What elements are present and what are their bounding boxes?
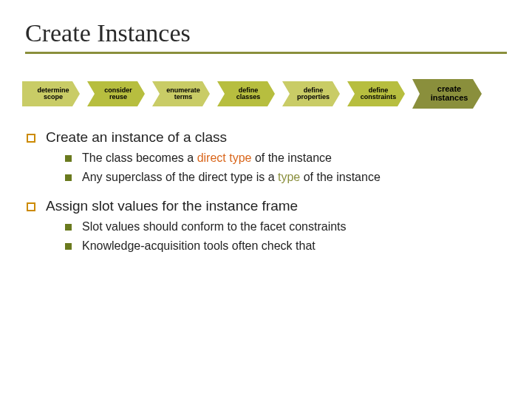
step-label: define properties [297,87,330,101]
step-label: consider reuse [104,87,132,101]
bullet-2-sub-2-text: Knowledge-acquisition tools often check … [82,238,316,254]
bullet-2-text: Assign slot values for the instance fram… [46,198,298,214]
bullet-1-text: Create an instance of a class [46,129,227,146]
step-define-constraints: define constraints [347,81,405,106]
square-dot-icon [65,174,72,181]
bullet-1-sub-2: Any superclass of the direct type is a t… [65,169,507,185]
slide-title: Create Instances [25,19,507,47]
square-bullet-icon [27,134,35,143]
step-determine-scope: determine scope [22,81,80,106]
step-label: determine scope [37,87,69,101]
step-label: define constraints [361,87,397,101]
highlight-type: type [278,171,300,183]
bullet-1: Create an instance of a class [27,129,507,146]
bullet-2-sub-1: Slot values should conform to the facet … [65,219,507,235]
slide: Create Instances determine scope conside… [0,0,532,253]
step-label: define classes [236,87,261,101]
bullet-2-sub-2: Knowledge-acquisition tools often check … [65,238,507,254]
square-dot-icon [65,224,72,231]
bullet-1-sub-1-text: The class becomes a direct type of the i… [82,150,332,166]
step-consider-reuse: consider reuse [87,81,145,106]
title-rule [25,52,507,54]
square-bullet-icon [27,202,35,211]
step-label: create instances [431,85,468,102]
bullet-1-sub-2-text: Any superclass of the direct type is a t… [82,169,381,185]
bullet-2: Assign slot values for the instance fram… [27,198,507,214]
content-body: Create an instance of a class The class … [25,129,507,253]
step-enumerate-terms: enumerate terms [152,81,210,106]
square-dot-icon [65,243,72,250]
highlight-direct-type: direct type [197,151,252,164]
step-create-instances: create instances [412,79,482,109]
bullet-1-sub-1: The class becomes a direct type of the i… [65,150,507,166]
step-label: enumerate terms [166,87,200,101]
square-dot-icon [65,155,72,162]
process-strip: determine scope consider reuse enumerate… [22,79,507,109]
step-define-classes: define classes [217,81,275,106]
bullet-2-sub-1-text: Slot values should conform to the facet … [82,219,347,235]
step-define-properties: define properties [282,81,340,106]
